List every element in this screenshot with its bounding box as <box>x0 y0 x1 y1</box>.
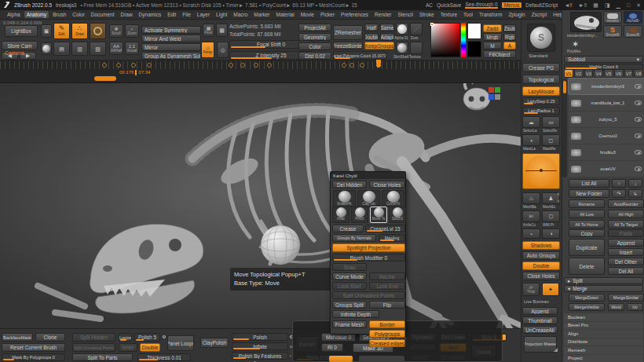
menu-item[interactable]: Light <box>214 11 229 18</box>
new-folder-button[interactable]: New Folder <box>569 189 609 198</box>
brush-alpha-preview[interactable] <box>522 153 560 189</box>
lazyradius-slider[interactable]: LazyRadius 1 <box>522 107 560 115</box>
trex-skeleton-model[interactable] <box>0 83 521 328</box>
menu-item[interactable]: Draw <box>118 11 134 18</box>
lock-icon[interactable]: ▣ <box>41 24 52 38</box>
keyframe-marker[interactable] <box>131 63 136 68</box>
mask-lasso-icon[interactable]: ◖ <box>522 134 540 146</box>
menu-item[interactable]: Texture <box>438 11 459 18</box>
visibility-eye-icon[interactable] <box>635 117 642 122</box>
mrgb-button[interactable]: Mrgb <box>483 33 502 41</box>
ac-button[interactable]: AC <box>426 2 433 8</box>
lazymouse-button[interactable]: LazyMouse <box>522 86 560 96</box>
edit-mode-button[interactable]: ✎Edit <box>53 23 70 39</box>
weld-button[interactable]: Weld <box>608 303 624 311</box>
frame-mesh-option[interactable]: Polygroups <box>369 330 405 338</box>
subtool-action-button[interactable]: Rename <box>569 199 605 208</box>
spotlight-projection-button[interactable]: Spotlight Projection <box>332 243 405 252</box>
polish-5-slider[interactable]: Polish 5 <box>134 333 160 342</box>
visibility-eye-icon[interactable] <box>635 166 642 171</box>
subtool-row[interactable]: mandibula_low_1 <box>569 95 644 111</box>
clone-button[interactable]: Clone <box>35 333 65 342</box>
del-hidden-button[interactable]: Del Hidden <box>332 181 367 188</box>
menu-item[interactable]: Stencil <box>395 11 415 18</box>
subtool-row[interactable]: Cvernuv2 <box>569 128 644 144</box>
copy-button[interactable]: Copy <box>569 229 605 237</box>
del-other-button[interactable]: Del Other <box>608 258 644 265</box>
zoom-canvas-button[interactable]: ⌕Zoom <box>125 24 139 38</box>
lock-start-button[interactable]: Lock Start <box>332 282 367 290</box>
brush-modifier-slider[interactable]: Brush Modifier 0 <box>332 254 405 261</box>
canvas-icon-3[interactable]: ▧ <box>90 42 106 56</box>
dynamesh-res-button[interactable]: Same <box>380 24 394 31</box>
uncrease-all-button[interactable]: UnCreaseAll <box>522 326 558 334</box>
backface-mask-button[interactable]: BackfaceMask <box>2 333 33 342</box>
symmetry-button[interactable]: Activate Symmetry <box>141 26 201 34</box>
actual-size-button[interactable]: 1:1Actual <box>125 42 139 55</box>
auto-groups-button[interactable]: Auto Groups <box>522 251 560 260</box>
move-mode-button[interactable] <box>90 23 106 39</box>
keyframe-marker[interactable] <box>240 63 245 68</box>
subtool-tab[interactable]: V5 <box>604 69 613 78</box>
shadows-button[interactable]: Shadows <box>522 241 560 250</box>
subtool-row[interactable]: zubyxc_5 <box>569 112 644 127</box>
subtool-tab[interactable]: V8 <box>634 69 643 78</box>
loops-slider[interactable]: Loops <box>119 333 132 342</box>
crease-pg-button[interactable]: Crease PG <box>522 63 560 72</box>
symmetry-button[interactable]: Mirror And Weld <box>141 35 201 42</box>
subtool-tab[interactable]: V6 <box>614 69 624 78</box>
material-sphere-icon[interactable] <box>41 42 52 55</box>
topological-button[interactable]: Topological <box>522 75 560 84</box>
append-subtool-button[interactable]: Append <box>608 239 644 247</box>
merge-section-header[interactable]: ▾Merge <box>564 285 643 292</box>
subtool-tab[interactable]: V3 <box>584 69 594 78</box>
groups-split-button[interactable]: Groups Split <box>332 301 367 309</box>
visibility-eye-icon[interactable] <box>635 101 642 105</box>
subtool-op-row[interactable]: Bevel Pro <box>564 322 643 330</box>
menu-item[interactable]: Preferences <box>338 11 371 18</box>
subtool-row[interactable]: trexdenformbryr3 <box>569 79 644 94</box>
eraser-brush-thumbnail[interactable]: EraserB <box>624 25 642 38</box>
subtool-tab[interactable]: V7 <box>624 69 634 78</box>
subtool-action-button[interactable]: All Low <box>569 210 605 218</box>
playhead-marker[interactable] <box>376 60 381 64</box>
menu-item[interactable]: Stroke <box>417 11 437 18</box>
close-icon[interactable]: ✕ <box>636 2 641 9</box>
m-button[interactable]: M <box>483 42 502 49</box>
timeline[interactable]: Camera 00:17607:34 <box>0 60 521 83</box>
subtool-op-row[interactable]: Remesh <box>564 346 643 354</box>
texture-thumbnail[interactable] <box>410 42 423 54</box>
thickness-slider[interactable]: Thickness 0.01 <box>137 353 191 361</box>
menu-item[interactable]: Layer <box>195 11 212 18</box>
brush-thumbnail[interactable]: CurveTri <box>382 190 404 207</box>
brush-thumbnail[interactable]: Pinch <box>351 207 368 223</box>
material-thumbnail[interactable] <box>396 42 408 54</box>
cropped-orange-button[interactable] <box>329 356 353 362</box>
zremesher-button[interactable]: ZRemesher <box>333 25 363 40</box>
active-mode-icon[interactable]: ✦ <box>542 283 559 296</box>
split-section-header[interactable]: ▸Split <box>564 277 643 284</box>
reset-current-brush-button[interactable]: Reset Current Brush <box>2 343 65 352</box>
subtool-section-header[interactable]: Subtool▾ <box>564 56 643 63</box>
infinite-depth-button[interactable]: Infinite Depth <box>332 310 379 318</box>
merge-similar-button[interactable]: MergeSimilar <box>608 294 644 302</box>
menu-item[interactable]: Color <box>70 11 87 18</box>
menu-item[interactable]: Anatomy <box>24 11 49 18</box>
frame-mesh-button[interactable]: Frame Mesh <box>332 320 367 328</box>
color-picker-square[interactable] <box>430 23 460 57</box>
move-up-button[interactable]: ↑ <box>612 179 626 188</box>
brush-thumbnail[interactable]: Move To <box>370 207 387 223</box>
folder-out-button[interactable]: ↷ <box>612 189 626 198</box>
subtool-op-row[interactable]: Project <box>564 355 643 362</box>
zadd-button[interactable]: Zadd <box>483 24 502 32</box>
menu-item[interactable]: Zscript <box>529 11 550 18</box>
menu-item[interactable]: Transform <box>477 11 504 18</box>
list-all-button[interactable]: List All <box>569 179 609 188</box>
cropped-slider[interactable] <box>359 356 404 362</box>
keyframe-marker[interactable] <box>229 63 233 68</box>
dynamesh-res-button[interactable]: Double <box>364 33 379 41</box>
main-color-swatch[interactable] <box>467 23 481 39</box>
move-down-button[interactable]: ↓ <box>628 179 642 188</box>
subtool-action-button[interactable]: AutoReorder <box>608 199 644 208</box>
menu-item[interactable]: Render <box>372 11 393 18</box>
